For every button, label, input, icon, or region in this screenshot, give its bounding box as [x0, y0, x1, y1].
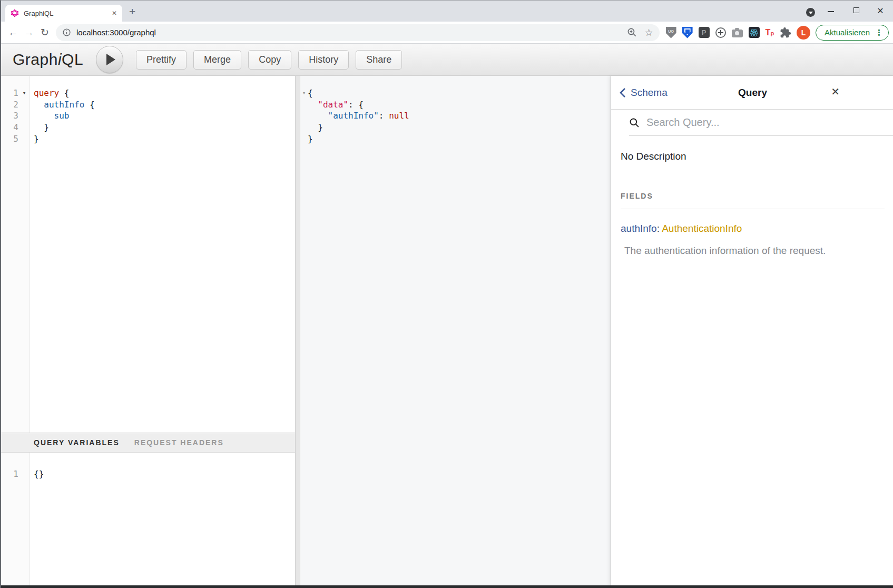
- react-devtools-icon[interactable]: [749, 27, 760, 38]
- pane-resize-handle[interactable]: [295, 76, 300, 585]
- browser-addressbar: ← → ↻ localhost:3000/graphql ☆ UO P Tp L: [1, 22, 893, 44]
- search-icon: [629, 117, 640, 128]
- code-line: 2 authInfo {: [1, 99, 295, 111]
- code-line: 4 }: [1, 122, 295, 133]
- code-line: 3 sub: [1, 110, 295, 122]
- copy-button[interactable]: Copy: [248, 50, 291, 70]
- fold-gutter: [300, 122, 308, 133]
- graphql-favicon-icon: [11, 9, 19, 17]
- history-button[interactable]: History: [298, 50, 349, 70]
- line-number: 4: [1, 122, 18, 133]
- fold-gutter: [18, 110, 30, 122]
- url-text[interactable]: localhost:3000/graphql: [76, 28, 156, 37]
- site-info-icon[interactable]: [62, 28, 71, 37]
- new-tab-button[interactable]: +: [129, 5, 135, 18]
- crosshair-extension-icon[interactable]: [715, 27, 726, 38]
- code-line: "data": {: [300, 99, 611, 111]
- graphiql-toolbar: GraphiQL Prettify Merge Copy History Sha…: [1, 44, 893, 76]
- type-description: No Description: [621, 151, 885, 162]
- code-line: "authInfo": null: [300, 110, 611, 122]
- fold-gutter: [300, 99, 308, 111]
- window-close-button[interactable]: ✕: [871, 1, 889, 17]
- doc-close-icon[interactable]: ✕: [831, 85, 840, 98]
- code-line: }: [300, 122, 611, 133]
- doc-explorer-panel: Schema Query ✕ No Description FIELDS aut…: [611, 76, 893, 585]
- line-number: 5: [1, 133, 18, 145]
- doc-explorer-body: No Description FIELDS authInfo: Authenti…: [611, 136, 893, 257]
- graphiql-logo: GraphiQL: [13, 51, 83, 68]
- variables-editor[interactable]: 1{}: [1, 453, 295, 585]
- fold-arrow-icon[interactable]: ▾: [300, 87, 308, 99]
- field-description: The authentication information of the re…: [624, 245, 885, 257]
- field-name-link[interactable]: authInfo: [621, 223, 657, 234]
- forward-icon: →: [21, 27, 37, 38]
- share-button[interactable]: Share: [356, 50, 402, 70]
- doc-back-link[interactable]: Schema: [620, 87, 668, 99]
- bookmark-star-icon[interactable]: ☆: [644, 27, 653, 38]
- execute-query-button[interactable]: [96, 46, 123, 73]
- line-number: 1: [1, 87, 18, 99]
- reload-icon[interactable]: ↻: [37, 26, 53, 38]
- zoom-indicator-icon[interactable]: [627, 27, 637, 37]
- tab-close-icon[interactable]: ✕: [112, 9, 117, 17]
- search-input[interactable]: [646, 116, 893, 129]
- variables-tab-bar: QUERY VARIABLES REQUEST HEADERS: [1, 433, 295, 453]
- camera-extension-icon[interactable]: [732, 30, 743, 37]
- code-line: 1▾query {: [1, 87, 295, 99]
- play-icon: [106, 54, 115, 65]
- window-minimize-button[interactable]: [822, 1, 840, 17]
- merge-button[interactable]: Merge: [193, 50, 241, 70]
- window-maximize-button[interactable]: [847, 1, 865, 17]
- query-editor-pane[interactable]: 1▾query {2 authInfo {3 sub4 }5} QUERY VA…: [1, 76, 295, 585]
- tab-title: GraphiQL: [24, 9, 112, 17]
- code-line: 5}: [1, 133, 295, 145]
- line-number: 1: [1, 468, 18, 480]
- fields-heading: FIELDS: [621, 192, 885, 209]
- tp-extension-icon[interactable]: Tp: [766, 28, 774, 37]
- fold-gutter: [18, 133, 30, 145]
- chevron-left-icon: [620, 87, 626, 98]
- workspace: 1▾query {2 authInfo {3 sub4 }5} QUERY VA…: [1, 76, 893, 585]
- fold-gutter: [18, 122, 30, 133]
- fold-gutter: [18, 468, 30, 480]
- ublock-extension-icon[interactable]: UO: [666, 27, 676, 38]
- browser-tab[interactable]: GraphiQL ✕: [5, 5, 122, 22]
- tab-query-variables[interactable]: QUERY VARIABLES: [34, 438, 120, 447]
- fold-arrow-icon[interactable]: ▾: [18, 87, 30, 99]
- fold-gutter: [18, 99, 30, 111]
- back-icon[interactable]: ←: [5, 27, 21, 38]
- line-number: 2: [1, 99, 18, 111]
- doc-back-label: Schema: [631, 87, 668, 99]
- tab-request-headers[interactable]: REQUEST HEADERS: [134, 438, 224, 447]
- code-line: 1{}: [1, 468, 295, 480]
- p-extension-icon[interactable]: P: [699, 27, 710, 38]
- taskbar-edge: [1, 585, 893, 588]
- line-number: 3: [1, 110, 18, 122]
- query-editor[interactable]: 1▾query {2 authInfo {3 sub4 }5}: [1, 76, 295, 433]
- doc-search-box: [629, 110, 893, 136]
- code-line: }: [300, 133, 611, 145]
- doc-explorer-header: Schema Query ✕: [611, 76, 893, 110]
- extensions-row: UO P Tp: [666, 27, 792, 38]
- profile-avatar[interactable]: L: [797, 26, 810, 40]
- browser-window: GraphiQL ✕ + ✕ ← → ↻ localhost:3000/grap…: [0, 0, 893, 588]
- bitwarden-extension-icon[interactable]: [682, 27, 693, 38]
- omnibox[interactable]: localhost:3000/graphql ☆: [56, 24, 660, 41]
- browser-menu-icon[interactable]: ⋮: [875, 28, 883, 37]
- type-name-link[interactable]: AuthenticationInfo: [662, 223, 742, 234]
- fold-gutter: [300, 133, 308, 145]
- field-row: authInfo: AuthenticationInfo: [621, 223, 885, 234]
- tab-search-icon[interactable]: [806, 8, 815, 17]
- graphiql-app: GraphiQL Prettify Merge Copy History Sha…: [1, 44, 893, 585]
- browser-titlebar: GraphiQL ✕ + ✕: [1, 1, 893, 22]
- prettify-button[interactable]: Prettify: [136, 50, 187, 70]
- fold-gutter: [300, 110, 308, 122]
- result-viewer: ▾{ "data": { "authInfo": null }}: [300, 76, 611, 585]
- browser-update-button[interactable]: Aktualisieren ⋮: [816, 25, 889, 41]
- code-line: ▾{: [300, 87, 611, 99]
- update-label: Aktualisieren: [825, 28, 870, 37]
- extensions-puzzle-icon[interactable]: [780, 27, 791, 38]
